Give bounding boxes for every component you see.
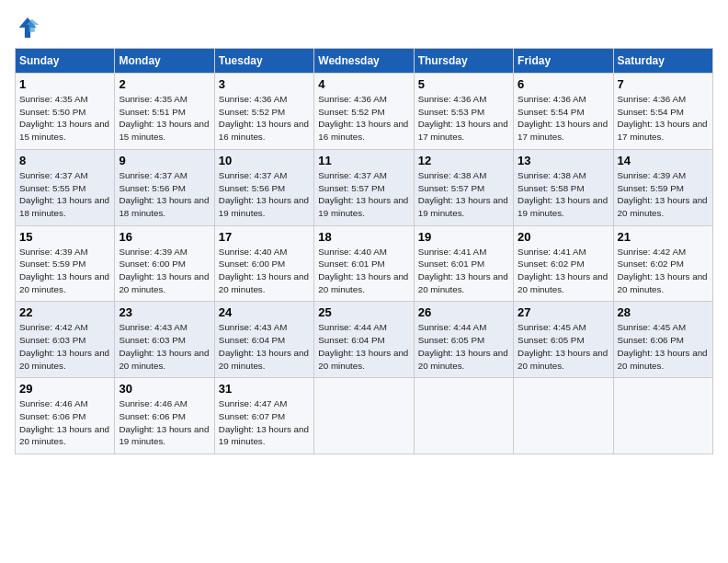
day-of-week-header: Saturday (613, 49, 712, 74)
day-info: Sunrise: 4:41 AMSunset: 6:01 PMDaylight:… (418, 246, 509, 296)
day-info: Sunrise: 4:42 AMSunset: 6:03 PMDaylight:… (19, 321, 110, 372)
day-number: 13 (518, 154, 609, 167)
logo-icon (15, 15, 40, 40)
day-number: 15 (19, 230, 110, 244)
day-number: 30 (119, 382, 210, 396)
calendar-cell: 22Sunrise: 4:42 AMSunset: 6:03 PMDayligh… (16, 302, 115, 378)
calendar-cell: 23Sunrise: 4:43 AMSunset: 6:03 PMDayligh… (115, 302, 214, 378)
day-info: Sunrise: 4:45 AMSunset: 6:06 PMDaylight:… (618, 321, 709, 372)
day-number: 27 (518, 305, 609, 319)
day-number: 22 (19, 305, 110, 319)
day-of-week-header: Sunday (16, 49, 115, 74)
calendar-cell: 20Sunrise: 4:41 AMSunset: 6:02 PMDayligh… (514, 225, 613, 302)
day-of-week-header: Friday (514, 49, 613, 74)
calendar-cell: 14Sunrise: 4:39 AMSunset: 5:59 PMDayligh… (613, 149, 712, 225)
day-info: Sunrise: 4:38 AMSunset: 5:58 PMDaylight:… (518, 169, 609, 220)
day-number: 9 (119, 154, 210, 167)
day-info: Sunrise: 4:44 AMSunset: 6:04 PMDaylight:… (318, 321, 409, 372)
day-number: 23 (119, 305, 210, 319)
day-number: 2 (119, 77, 210, 91)
day-info: Sunrise: 4:38 AMSunset: 5:57 PMDaylight:… (418, 169, 509, 220)
day-number: 7 (618, 77, 709, 91)
day-number: 20 (518, 230, 609, 244)
day-info: Sunrise: 4:46 AMSunset: 6:06 PMDaylight:… (19, 397, 110, 448)
day-info: Sunrise: 4:40 AMSunset: 6:01 PMDaylight:… (318, 246, 409, 296)
day-number: 17 (219, 230, 310, 244)
day-info: Sunrise: 4:39 AMSunset: 6:00 PMDaylight:… (119, 246, 210, 296)
calendar-cell: 24Sunrise: 4:43 AMSunset: 6:04 PMDayligh… (214, 302, 313, 378)
day-info: Sunrise: 4:46 AMSunset: 6:06 PMDaylight:… (119, 397, 210, 448)
calendar-header: SundayMondayTuesdayWednesdayThursdayFrid… (16, 49, 713, 74)
day-number: 28 (618, 305, 709, 319)
day-info: Sunrise: 4:43 AMSunset: 6:03 PMDaylight:… (119, 321, 210, 372)
calendar-week-row: 22Sunrise: 4:42 AMSunset: 6:03 PMDayligh… (16, 302, 713, 378)
day-number: 4 (318, 77, 409, 91)
day-info: Sunrise: 4:41 AMSunset: 6:02 PMDaylight:… (518, 246, 609, 296)
day-number: 25 (318, 305, 409, 319)
calendar-cell: 3Sunrise: 4:36 AMSunset: 5:52 PMDaylight… (214, 74, 313, 150)
day-info: Sunrise: 4:36 AMSunset: 5:54 PMDaylight:… (518, 93, 609, 144)
day-number: 11 (318, 154, 409, 167)
day-number: 24 (219, 305, 310, 319)
calendar-week-row: 1Sunrise: 4:35 AMSunset: 5:50 PMDaylight… (16, 74, 713, 150)
day-of-week-header: Monday (115, 49, 214, 74)
day-number: 29 (19, 382, 110, 396)
day-info: Sunrise: 4:45 AMSunset: 6:05 PMDaylight:… (518, 321, 609, 372)
calendar-week-row: 8Sunrise: 4:37 AMSunset: 5:55 PMDaylight… (16, 149, 713, 225)
page-header (15, 15, 713, 40)
calendar-cell: 30Sunrise: 4:46 AMSunset: 6:06 PMDayligh… (115, 378, 214, 454)
calendar-week-row: 29Sunrise: 4:46 AMSunset: 6:06 PMDayligh… (16, 378, 713, 454)
calendar-cell: 15Sunrise: 4:39 AMSunset: 5:59 PMDayligh… (16, 225, 115, 302)
calendar-cell: 31Sunrise: 4:47 AMSunset: 6:07 PMDayligh… (214, 378, 313, 454)
calendar-cell: 11Sunrise: 4:37 AMSunset: 5:57 PMDayligh… (314, 149, 414, 225)
day-info: Sunrise: 4:43 AMSunset: 6:04 PMDaylight:… (219, 321, 310, 372)
day-info: Sunrise: 4:35 AMSunset: 5:50 PMDaylight:… (19, 93, 110, 144)
calendar-cell: 10Sunrise: 4:37 AMSunset: 5:56 PMDayligh… (214, 149, 313, 225)
day-number: 10 (219, 154, 310, 167)
calendar-cell: 16Sunrise: 4:39 AMSunset: 6:00 PMDayligh… (115, 225, 214, 302)
calendar-cell: 6Sunrise: 4:36 AMSunset: 5:54 PMDaylight… (514, 74, 613, 150)
calendar-body: 1Sunrise: 4:35 AMSunset: 5:50 PMDaylight… (16, 74, 713, 454)
day-of-week-header: Tuesday (214, 49, 313, 74)
day-number: 12 (418, 154, 509, 167)
day-info: Sunrise: 4:37 AMSunset: 5:55 PMDaylight:… (19, 169, 110, 220)
calendar-cell: 28Sunrise: 4:45 AMSunset: 6:06 PMDayligh… (613, 302, 712, 378)
day-info: Sunrise: 4:37 AMSunset: 5:57 PMDaylight:… (318, 169, 409, 220)
calendar-cell: 7Sunrise: 4:36 AMSunset: 5:54 PMDaylight… (613, 74, 712, 150)
day-info: Sunrise: 4:39 AMSunset: 5:59 PMDaylight:… (618, 169, 709, 220)
day-number: 14 (618, 154, 709, 167)
day-info: Sunrise: 4:39 AMSunset: 5:59 PMDaylight:… (19, 246, 110, 296)
calendar-cell: 8Sunrise: 4:37 AMSunset: 5:55 PMDaylight… (16, 149, 115, 225)
day-number: 8 (19, 154, 110, 167)
day-number: 18 (318, 230, 409, 244)
calendar-cell: 19Sunrise: 4:41 AMSunset: 6:01 PMDayligh… (414, 225, 513, 302)
calendar-cell: 1Sunrise: 4:35 AMSunset: 5:50 PMDaylight… (16, 74, 115, 150)
day-number: 16 (119, 230, 210, 244)
calendar-cell: 18Sunrise: 4:40 AMSunset: 6:01 PMDayligh… (314, 225, 414, 302)
day-number: 3 (219, 77, 310, 91)
day-number: 31 (219, 382, 310, 396)
calendar-cell: 29Sunrise: 4:46 AMSunset: 6:06 PMDayligh… (16, 378, 115, 454)
day-of-week-header: Wednesday (314, 49, 414, 74)
logo (15, 15, 44, 40)
calendar-cell: 4Sunrise: 4:36 AMSunset: 5:52 PMDaylight… (314, 74, 414, 150)
day-info: Sunrise: 4:44 AMSunset: 6:05 PMDaylight:… (418, 321, 509, 372)
day-info: Sunrise: 4:36 AMSunset: 5:53 PMDaylight:… (418, 93, 509, 144)
calendar-cell: 25Sunrise: 4:44 AMSunset: 6:04 PMDayligh… (314, 302, 414, 378)
calendar-cell: 27Sunrise: 4:45 AMSunset: 6:05 PMDayligh… (514, 302, 613, 378)
calendar-cell: 9Sunrise: 4:37 AMSunset: 5:56 PMDaylight… (115, 149, 214, 225)
calendar-cell: 13Sunrise: 4:38 AMSunset: 5:58 PMDayligh… (514, 149, 613, 225)
day-info: Sunrise: 4:37 AMSunset: 5:56 PMDaylight:… (219, 169, 310, 220)
day-number: 1 (19, 77, 110, 91)
calendar-cell: 17Sunrise: 4:40 AMSunset: 6:00 PMDayligh… (214, 225, 313, 302)
day-number: 19 (418, 230, 509, 244)
day-info: Sunrise: 4:36 AMSunset: 5:52 PMDaylight:… (219, 93, 310, 144)
calendar-cell: 26Sunrise: 4:44 AMSunset: 6:05 PMDayligh… (414, 302, 513, 378)
calendar-cell: 2Sunrise: 4:35 AMSunset: 5:51 PMDaylight… (115, 74, 214, 150)
calendar-cell (314, 378, 414, 454)
day-info: Sunrise: 4:37 AMSunset: 5:56 PMDaylight:… (119, 169, 210, 220)
day-header-row: SundayMondayTuesdayWednesdayThursdayFrid… (16, 49, 713, 74)
calendar-cell: 12Sunrise: 4:38 AMSunset: 5:57 PMDayligh… (414, 149, 513, 225)
day-number: 5 (418, 77, 509, 91)
day-info: Sunrise: 4:47 AMSunset: 6:07 PMDaylight:… (219, 397, 310, 448)
